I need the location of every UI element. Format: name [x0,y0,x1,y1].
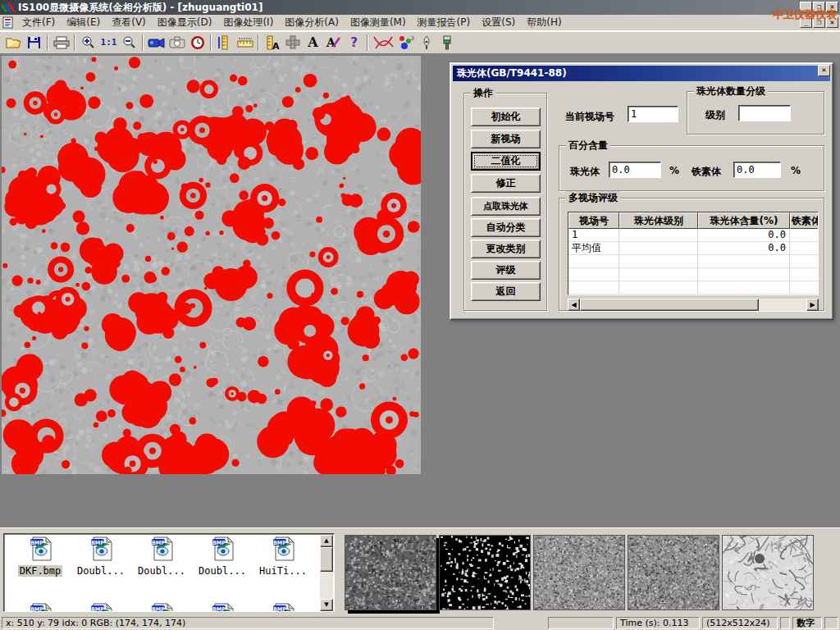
particle-tool-button[interactable]: 3 [395,33,416,52]
metallographic-image[interactable] [2,56,421,474]
actual-size-button[interactable]: 1:1 [98,33,119,52]
menu-image-display[interactable]: 图像显示(D) [152,14,218,31]
svg-text:A: A [272,41,280,50]
rating-table[interactable]: 视场号 珠光体级别 珠光体含量(%) 铁素体 1 0.0 平均值 0.0 [568,212,819,295]
file-name[interactable]: Doubl... [197,565,248,577]
text-button[interactable]: A [303,33,323,52]
print-button[interactable] [51,33,71,52]
auto-classify-button[interactable]: 自动分类 [471,218,541,237]
file-v-scrollbar[interactable]: ▲ ▼ [320,535,333,611]
new-field-button[interactable]: 新视场 [471,130,541,148]
multifield-group-label: 多视场评级 [566,191,620,205]
curve-tool-button[interactable] [371,33,395,52]
thumbnail-2[interactable] [439,535,531,610]
col-pearlite-content: 珠光体含量(%) [698,212,790,229]
rate-button[interactable]: 评级 [471,261,541,280]
file-item[interactable] [253,603,313,612]
menu-image-process[interactable]: 图像处理(I) [217,14,279,31]
correct-button[interactable]: 修正 [471,174,541,193]
table-h-scrollbar[interactable]: ◀ ▶ [568,299,819,311]
table-row[interactable]: 1 0.0 [568,229,818,242]
title-bar: IS100显微摄像系统(金相分析版) - [zhuguangti01] [0,0,840,15]
file-item[interactable] [193,603,252,612]
file-browser[interactable]: DKF.bmp Doubl... Doubl... Doubl... HuiTi… [3,533,335,612]
current-view-input[interactable] [628,106,678,122]
grading-group: 珠光体数量分级 级别 [687,91,824,135]
pick-pearlite-button[interactable]: 点取珠光体 [471,197,541,216]
file-item[interactable] [11,603,70,612]
file-item[interactable]: Doubl... [193,536,252,577]
file-item[interactable]: Doubl... [132,536,191,577]
thumbnail-5[interactable] [722,535,814,610]
scrollbar-thumb[interactable] [320,547,333,572]
change-class-button[interactable]: 更改类别 [471,240,541,258]
bmp-file-icon [28,603,52,612]
file-item[interactable] [71,603,130,612]
file-name[interactable]: Doubl... [75,565,126,577]
save-button[interactable] [24,33,44,52]
caliper-icon [218,35,231,50]
pick-tool-button[interactable] [416,33,436,52]
zoom-out-button[interactable] [119,33,139,52]
red-curve-icon [372,35,394,50]
pearlite-label: 珠光体 [570,165,600,179]
clock-icon [190,35,205,50]
menu-image-analysis[interactable]: 图像分析(A) [279,14,345,31]
table-row[interactable]: 平均值 0.0 [568,242,818,255]
fill-tool-button[interactable] [436,33,457,52]
zoom-in-button[interactable] [78,33,98,52]
scroll-right-icon[interactable]: ▶ [806,299,819,311]
ferrite-percent-input[interactable] [733,162,781,178]
ruler-button[interactable] [235,33,255,52]
initialize-button[interactable]: 初始化 [471,107,541,126]
thumbnail-1[interactable] [345,535,436,610]
file-name[interactable]: Doubl... [136,565,187,577]
file-item[interactable]: DKF.bmp [11,536,70,577]
file-item[interactable]: HuiTi... [253,536,313,577]
menu-measure-report[interactable]: 测量报告(P) [412,14,477,31]
bmp-file-icon [28,536,52,561]
scrollbar-thumb[interactable] [580,299,759,311]
help-button[interactable]: ? [344,33,364,52]
dialog-title: 珠光体(GB/T9441-88) [457,66,567,80]
vendor-watermark: 中卫仪器仪表 [773,7,837,22]
cell-field-no: 平均值 [568,242,619,254]
cell-ferrite [790,242,819,254]
file-name[interactable]: DKF.bmp [18,565,63,577]
menu-edit[interactable]: 编辑(E) [61,14,106,31]
dialog-close-button[interactable]: ✕ [818,65,830,76]
open-button[interactable] [3,33,24,52]
percent-group-label: 百分含量 [566,139,610,153]
dialog-title-bar[interactable]: 珠光体(GB/T9441-88) [453,66,830,81]
menu-settings[interactable]: 设置(S) [476,14,521,31]
scroll-left-icon[interactable]: ◀ [568,299,580,311]
grid-button[interactable] [282,33,303,52]
annotate-button[interactable]: A [323,33,344,52]
menu-help[interactable]: 帮助(H) [521,14,567,31]
caliper-button[interactable] [214,33,235,52]
thumbnail-3[interactable] [533,535,625,610]
file-item[interactable]: Doubl... [71,536,130,577]
colored-particles-icon: 3 [398,35,414,50]
level-input[interactable] [738,105,791,121]
binarize-button[interactable]: 二值化 [471,152,541,171]
timer-button[interactable] [187,33,208,52]
document-icon[interactable] [2,16,15,29]
scroll-down-icon[interactable]: ▼ [320,599,333,611]
pearlite-percent-input[interactable] [609,162,661,178]
scroll-up-icon[interactable]: ▲ [320,535,333,547]
table-empty-row [568,268,818,281]
bottom-panel: DKF.bmp Doubl... Doubl... Doubl... HuiTi… [0,527,840,615]
return-button[interactable]: 返回 [471,282,541,301]
video-camera-button[interactable] [146,33,167,52]
brush-icon [442,35,452,50]
menu-view[interactable]: 查看(V) [106,14,152,31]
measure-text-button[interactable]: A [262,33,282,52]
grading-group-label: 珠光体数量分级 [694,84,768,98]
menu-image-measure[interactable]: 图像测量(M) [345,14,412,31]
thumbnail-4[interactable] [628,535,719,610]
menu-file[interactable]: 文件(F) [16,14,61,31]
file-name[interactable]: HuiTi... [258,565,308,577]
capture-button[interactable] [167,33,187,52]
file-item[interactable] [132,603,191,612]
